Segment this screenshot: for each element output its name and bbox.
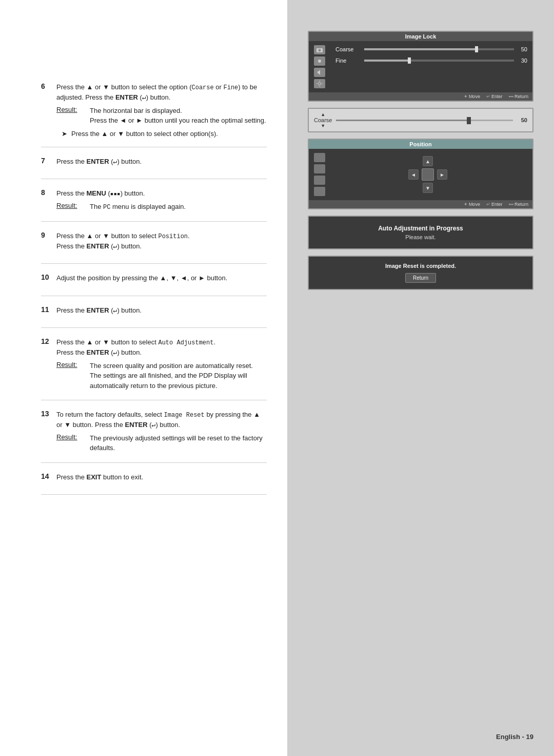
image-lock-footer: ✦ Move ↵ Enter ▪▪▪ Return [309, 92, 532, 101]
icon-settings [314, 79, 325, 88]
auto-adjustment-screen: Auto Adjustment in Progress Please wait. [308, 216, 533, 249]
step-number-11: 11 [41, 305, 56, 314]
step-9-content: Press the ▲ or ▼ button to select Positi… [56, 231, 267, 255]
enter-icon: ↵ [486, 94, 490, 99]
position-arrows: ▲ ◄ ► ▼ [328, 153, 527, 196]
step-10: 10 Adjust the position by pressing the ▲… [41, 273, 267, 296]
step-number-7: 7 [41, 157, 56, 165]
fine-value: 30 [517, 57, 527, 64]
step-10-content: Adjust the position by pressing the ▲, ▼… [56, 273, 267, 286]
coarse-value: 50 [517, 46, 527, 52]
result-label-6: Result: [56, 106, 85, 126]
step-6-note: ➤ Press the ▲ or ▼ button to select othe… [62, 130, 267, 138]
coarse-track-standalone [336, 120, 513, 121]
coarse-thumb [467, 117, 471, 124]
result-text-8: The PC menu is displayed again. [90, 202, 186, 212]
result-text-12: The screen quality and position are auto… [90, 361, 267, 391]
step-number-6: 6 [41, 82, 56, 90]
result-text-6: The horizontal bar is displayed. Press t… [90, 106, 266, 126]
position-body: ▲ ◄ ► ▼ [309, 149, 532, 200]
svg-point-2 [318, 60, 321, 63]
step-6-note-text: Press the ▲ or ▼ button to select other … [71, 130, 218, 138]
icon-camera [314, 45, 325, 54]
step-7-content: Press the ENTER (↵) button. [56, 157, 267, 170]
result-label-12: Result: [56, 361, 85, 391]
step-number-9: 9 [41, 231, 56, 239]
pos-icon-1 [314, 153, 325, 162]
pos-move-icon: ✦ [464, 202, 468, 207]
pos-icon-2 [314, 164, 325, 173]
pos-center [422, 168, 434, 181]
down-arrow-btn[interactable]: ▼ [423, 183, 433, 193]
step-13-content: To return the factory defaults, select I… [56, 410, 267, 453]
step-7: 7 Press the ENTER (↵) button. [41, 157, 267, 180]
footer-return: ▪▪▪ Return [508, 94, 528, 99]
coarse-slider-value: 50 [517, 117, 527, 123]
pos-footer-return: ▪▪▪ Return [508, 202, 528, 207]
image-reset-text: Image Reset is completed. [314, 263, 527, 269]
step-13-text: To return the factory defaults, select I… [56, 410, 267, 430]
fine-label: Fine [335, 57, 361, 64]
icon-brightness [314, 56, 325, 66]
move-icon: ✦ [464, 94, 468, 99]
step-6-text: Press the ▲ or ▼ button to select the op… [56, 82, 267, 103]
position-title: Position [309, 140, 532, 149]
pos-icon-4 [314, 187, 325, 196]
step-8-content: Press the MENU (▪▪▪) button. Result: The… [56, 188, 267, 212]
footer-move: ✦ Move [464, 94, 480, 99]
auto-adj-text: Auto Adjustment in Progress [314, 225, 527, 232]
result-label-13: Result: [56, 433, 85, 453]
step-number-13: 13 [41, 410, 56, 418]
step-11-text: Press the ENTER (↵) button. [56, 305, 267, 316]
return-button[interactable]: Return [405, 273, 436, 283]
coarse-track [364, 48, 514, 50]
step-12-result: Result: The screen quality and position … [56, 361, 267, 391]
coarse-row: Coarse 50 [335, 46, 527, 52]
step-11-content: Press the ENTER (↵) button. [56, 305, 267, 319]
right-sidebar: Image Lock [287, 0, 554, 756]
step-8-text: Press the MENU (▪▪▪) button. [56, 188, 267, 199]
step-11: 11 Press the ENTER (↵) button. [41, 305, 267, 328]
svg-point-3 [319, 83, 321, 85]
step-number-12: 12 [41, 337, 56, 345]
result-text-13: The previously adjusted settings will be… [90, 433, 267, 453]
arrow-icon: ➤ [62, 130, 67, 138]
return-icon: ▪▪▪ [508, 94, 513, 99]
svg-point-1 [319, 49, 321, 52]
step-6-content: Press the ▲ or ▼ button to select the op… [56, 82, 267, 138]
coarse-slider-label: Coarse [314, 117, 332, 123]
step-14-text: Press the EXIT button to exit. [56, 472, 267, 482]
step-10-text: Adjust the position by pressing the ▲, ▼… [56, 273, 267, 283]
right-arrow-btn[interactable]: ► [437, 169, 447, 180]
step-12: 12 Press the ▲ or ▼ button to select Aut… [41, 337, 267, 400]
position-screen: Position ▲ ◄ ► ▼ [308, 139, 533, 209]
step-13: 13 To return the factory defaults, selec… [41, 410, 267, 463]
step-12-text: Press the ▲ or ▼ button to select Auto A… [56, 337, 267, 358]
footer-enter: ↵ Enter [486, 94, 503, 99]
fine-row: Fine 30 [335, 57, 527, 64]
coarse-down-arrow: ▼ [321, 123, 325, 128]
step-number-14: 14 [41, 472, 56, 480]
step-number-8: 8 [41, 188, 56, 197]
step-number-10: 10 [41, 273, 56, 281]
position-icons [314, 153, 325, 196]
step-9-text: Press the ▲ or ▼ button to select Positi… [56, 231, 267, 251]
step-14: 14 Press the EXIT button to exit. [41, 472, 267, 495]
step-9: 9 Press the ▲ or ▼ button to select Posi… [41, 231, 267, 264]
image-lock-screen: Image Lock [308, 31, 533, 102]
result-label-8: Result: [56, 202, 85, 212]
pos-return-icon: ▪▪▪ [508, 202, 513, 207]
image-lock-title: Image Lock [309, 32, 532, 41]
coarse-slider-screen: ▲ Coarse ▼ 50 [308, 108, 533, 132]
step-8-result: Result: The PC menu is displayed again. [56, 202, 267, 212]
left-arrow-btn[interactable]: ◄ [408, 169, 419, 180]
step-14-content: Press the EXIT button to exit. [56, 472, 267, 486]
page-footer-text: English - 19 [496, 733, 533, 741]
pos-footer-move: ✦ Move [464, 202, 480, 207]
step-7-text: Press the ENTER (↵) button. [56, 157, 267, 167]
step-8: 8 Press the MENU (▪▪▪) button. Result: T… [41, 188, 267, 222]
up-arrow-btn[interactable]: ▲ [423, 156, 433, 166]
pos-icon-3 [314, 176, 325, 185]
image-lock-body: Coarse 50 Fine [309, 41, 532, 92]
step-12-content: Press the ▲ or ▼ button to select Auto A… [56, 337, 267, 391]
